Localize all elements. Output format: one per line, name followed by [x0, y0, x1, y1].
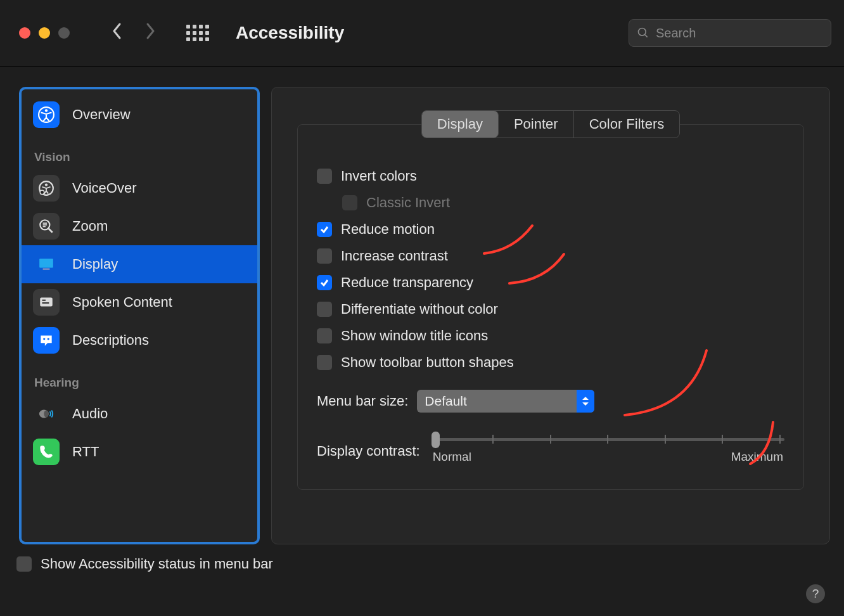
check-window-title-icons[interactable]: Show window title icons [317, 323, 784, 349]
check-toolbar-button-shapes[interactable]: Show toolbar button shapes [317, 349, 784, 376]
svg-point-0 [639, 29, 646, 36]
checkbox[interactable] [317, 355, 332, 370]
menu-bar-size-label: Menu bar size: [317, 393, 408, 409]
sidebar: Overview Vision VoiceOver Zoom Display [19, 87, 260, 544]
svg-line-8 [48, 228, 53, 233]
minimize-button[interactable] [39, 27, 50, 39]
svg-point-3 [45, 109, 48, 112]
search-field[interactable] [629, 19, 831, 47]
sidebar-item-audio[interactable]: Audio [22, 395, 257, 433]
svg-rect-14 [40, 297, 53, 306]
sidebar-label: Overview [72, 106, 131, 123]
checkbox[interactable] [317, 302, 332, 317]
back-button[interactable] [106, 22, 128, 44]
section-header-vision: Vision [22, 134, 257, 169]
check-increase-contrast[interactable]: Increase contrast [317, 243, 784, 269]
window-controls [19, 27, 70, 39]
tab-color-filters[interactable]: Color Filters [574, 111, 680, 138]
svg-point-17 [43, 338, 45, 340]
window-title: Accessibility [236, 23, 344, 43]
sidebar-item-spoken-content[interactable]: Spoken Content [22, 283, 257, 321]
rtt-icon [33, 439, 60, 465]
sidebar-label: Zoom [72, 218, 108, 234]
checkbox[interactable] [317, 328, 332, 343]
sidebar-label: Audio [72, 406, 108, 422]
display-icon [33, 251, 60, 278]
popup-value: Default [425, 394, 467, 409]
tab-bar: Display Pointer Color Filters [421, 110, 680, 138]
search-input[interactable] [656, 26, 823, 41]
svg-point-6 [40, 190, 44, 195]
sidebar-item-descriptions[interactable]: Descriptions [22, 321, 257, 359]
display-contrast-label: Display contrast: [317, 443, 420, 459]
sidebar-label: RTT [72, 444, 99, 460]
help-button[interactable]: ? [806, 584, 825, 603]
checkbox[interactable] [317, 248, 332, 264]
svg-rect-15 [42, 300, 46, 301]
toolbar: Accessibility [0, 0, 844, 67]
checkbox[interactable] [317, 222, 332, 237]
display-contrast-slider[interactable]: Normal Maximum [432, 438, 784, 464]
display-contrast-row: Display contrast: Normal Maximum [317, 415, 784, 464]
sidebar-item-zoom[interactable]: Zoom [22, 207, 257, 245]
audio-icon [33, 401, 60, 427]
main-panel: Display Pointer Color Filters Invert col… [271, 87, 830, 544]
svg-point-20 [44, 410, 48, 417]
svg-rect-13 [43, 269, 50, 270]
check-reduce-transparency[interactable]: Reduce transparency [317, 269, 784, 296]
checkbox[interactable] [317, 169, 332, 184]
voiceover-icon [33, 175, 60, 202]
spoken-content-icon [33, 289, 60, 316]
sidebar-item-display[interactable]: Display [22, 245, 257, 283]
tab-display[interactable]: Display [422, 111, 499, 138]
check-label: Classic Invert [366, 195, 450, 211]
sidebar-item-rtt[interactable]: RTT [22, 433, 257, 471]
sidebar-item-overview[interactable]: Overview [22, 96, 257, 134]
svg-rect-16 [42, 302, 49, 304]
descriptions-icon [33, 327, 60, 354]
check-label: Increase contrast [341, 248, 448, 264]
accessibility-icon [33, 101, 60, 128]
svg-rect-12 [39, 259, 53, 267]
menu-bar-size-row: Menu bar size: Default [317, 376, 784, 415]
footer-label: Show Accessibility status in menu bar [41, 556, 273, 572]
forward-button [139, 22, 161, 44]
check-invert-colors[interactable]: Invert colors [317, 163, 784, 189]
chevron-updown-icon [577, 390, 594, 413]
sidebar-label: Spoken Content [72, 294, 172, 311]
tab-pointer[interactable]: Pointer [499, 111, 574, 138]
svg-line-1 [645, 35, 648, 37]
zoom-icon [33, 213, 60, 240]
svg-point-18 [48, 338, 49, 340]
checkbox [342, 195, 357, 210]
settings-group: Invert colors Classic Invert Reduce moti… [297, 124, 804, 490]
slider-max-label: Maximum [731, 450, 783, 464]
menu-bar-size-popup[interactable]: Default [417, 390, 594, 413]
section-header-hearing: Hearing [22, 359, 257, 395]
check-label: Reduce transparency [341, 274, 473, 291]
check-differentiate-without-color[interactable]: Differentiate without color [317, 296, 784, 323]
check-label: Reduce motion [341, 221, 435, 238]
search-icon [637, 27, 649, 39]
check-classic-invert: Classic Invert [317, 189, 784, 216]
slider-thumb[interactable] [432, 432, 440, 448]
check-label: Invert colors [341, 168, 417, 184]
checkbox[interactable] [16, 556, 32, 572]
sidebar-label: Descriptions [72, 332, 149, 349]
check-label: Differentiate without color [341, 301, 498, 318]
show-all-icon[interactable] [186, 25, 209, 41]
close-button[interactable] [19, 27, 30, 39]
sidebar-item-voiceover[interactable]: VoiceOver [22, 169, 257, 207]
zoom-button[interactable] [58, 27, 70, 39]
footer-checkbox-row[interactable]: Show Accessibility status in menu bar [0, 549, 844, 572]
check-reduce-motion[interactable]: Reduce motion [317, 216, 784, 243]
sidebar-label: VoiceOver [72, 180, 137, 196]
svg-point-5 [45, 183, 48, 186]
check-label: Show window title icons [341, 328, 488, 344]
slider-min-label: Normal [433, 450, 471, 464]
checkbox[interactable] [317, 275, 332, 290]
check-label: Show toolbar button shapes [341, 354, 514, 371]
sidebar-label: Display [72, 256, 118, 273]
